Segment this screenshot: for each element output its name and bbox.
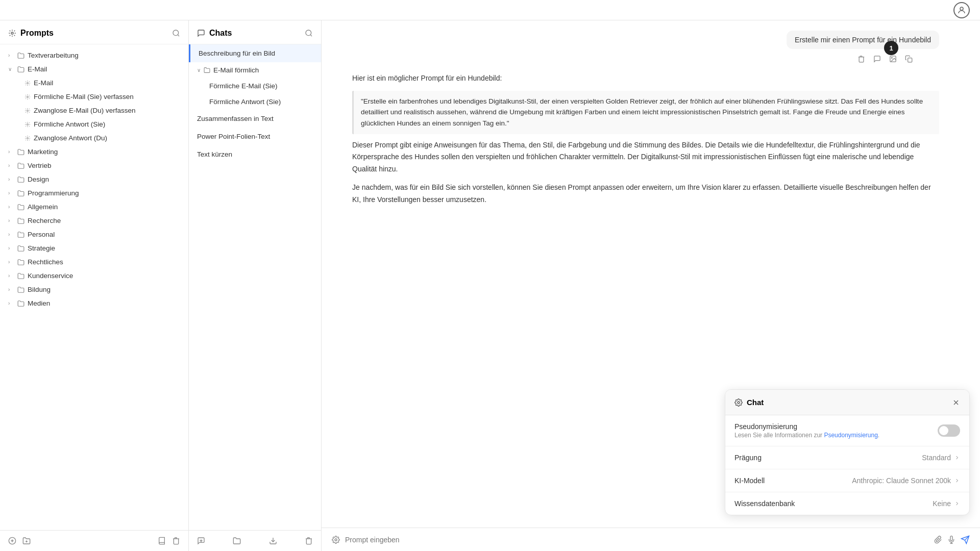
chevron-right-icon: ›	[8, 287, 14, 292]
user-avatar[interactable]	[953, 2, 970, 18]
prompt-icon	[24, 121, 31, 128]
settings-value-praegung: Standard	[922, 454, 960, 462]
tree-item-recherche[interactable]: › Recherche	[0, 214, 188, 228]
tree-item-personal[interactable]: › Personal	[0, 228, 188, 241]
chevron-right-icon: ›	[8, 163, 14, 168]
book-button[interactable]	[158, 537, 166, 545]
chevron-right-icon: ›	[8, 177, 14, 182]
tree-item-programmierung[interactable]: › Programmierung	[0, 186, 188, 200]
tree-label-vertrieb: Vertrieb	[28, 162, 180, 169]
svg-point-3	[27, 82, 29, 84]
send-button[interactable]	[961, 534, 970, 545]
sidebar-prompts: Prompts › Textverarbeitung ∨ E-Mail	[0, 20, 189, 551]
folder-icon	[17, 66, 24, 73]
import-button[interactable]	[269, 537, 277, 545]
prompts-footer-right	[158, 537, 180, 545]
tree-item-design[interactable]: › Design	[0, 172, 188, 186]
chat-settings-close-button[interactable]	[952, 397, 960, 408]
tree-item-allgemein[interactable]: › Allgemein	[0, 200, 188, 214]
tree-item-foermliche-antwort[interactable]: Förmliche Antwort (Sie)	[0, 117, 188, 131]
comment-button[interactable]	[872, 53, 882, 64]
chat-item-beschreibung[interactable]: Beschreibung für ein Bild	[189, 44, 321, 62]
chat-input-bar	[322, 528, 980, 551]
settings-row-wissensdatenbank[interactable]: Wissensdatenbank Keine	[725, 492, 969, 515]
settings-row-praegung[interactable]: Prägung Standard	[725, 446, 969, 469]
top-bar	[0, 0, 980, 20]
tree-label-marketing: Marketing	[28, 148, 180, 156]
sidebar-prompts-header: Prompts	[0, 20, 188, 44]
tree-label-textverarbeitung: Textverarbeitung	[28, 52, 180, 59]
pseudonymisierung-toggle[interactable]	[938, 424, 960, 437]
chevron-right-icon	[954, 500, 960, 507]
tree-item-kundenservice[interactable]: › Kundenservice	[0, 269, 188, 283]
delete-button[interactable]	[172, 537, 180, 545]
chat-item-foermliche-antwort-sie[interactable]: Förmliche Antwort (Sie)	[189, 94, 321, 110]
chat-input-settings-button[interactable]	[332, 535, 340, 544]
chat-sub-label: Förmliche Antwort (Sie)	[209, 98, 281, 106]
chat-folder-email[interactable]: ∨ E-Mail förmlich	[189, 62, 321, 78]
attach-button[interactable]	[934, 535, 942, 544]
delete-message-button[interactable]	[856, 53, 866, 64]
chat-item-zusammenfassen[interactable]: Zusammenfassen in Text	[189, 110, 321, 128]
tree-label-rechtliches: Rechtliches	[28, 258, 180, 266]
tree-item-zwanglose-antwort[interactable]: Zwanglose Antwort (Du)	[0, 131, 188, 145]
folder-icon	[17, 148, 24, 156]
chats-search-button[interactable]	[305, 29, 313, 37]
tree-item-foermliche-email[interactable]: Förmliche E-Mail (Sie) verfassen	[0, 90, 188, 104]
svg-point-9	[306, 30, 311, 36]
chat-sub-label: Förmliche E-Mail (Sie)	[209, 82, 278, 90]
prompts-footer	[0, 530, 188, 551]
tree-label-zwanglose-email: Zwanglose E-Mail (Du) verfassen	[34, 107, 180, 114]
chats-list: Beschreibung für ein Bild ∨ E-Mail förml…	[189, 44, 321, 530]
microphone-button[interactable]	[947, 535, 955, 544]
chat-settings-title: Chat	[734, 398, 764, 407]
chat-settings-header: Chat	[725, 390, 969, 415]
svg-point-4	[27, 96, 29, 97]
new-chat-button[interactable]	[197, 537, 205, 545]
svg-point-7	[27, 137, 29, 139]
tree-label-bildung: Bildung	[28, 286, 180, 293]
tree-label-kundenservice: Kundenservice	[28, 272, 180, 280]
tree-item-email-prompt[interactable]: E-Mail	[0, 76, 188, 90]
svg-point-12	[891, 58, 892, 59]
tree-item-bildung[interactable]: › Bildung	[0, 283, 188, 296]
chat-delete-button[interactable]	[305, 537, 313, 545]
chevron-down-icon: ∨	[197, 67, 201, 73]
chat-folder-button[interactable]	[233, 537, 241, 545]
tree-item-rechtliches[interactable]: › Rechtliches	[0, 255, 188, 269]
tree-item-medien[interactable]: › Medien	[0, 296, 188, 310]
chat-input-field[interactable]	[345, 536, 929, 544]
tree-item-email[interactable]: ∨ E-Mail	[0, 62, 188, 76]
chevron-right-icon: ›	[8, 149, 14, 155]
tree-item-textverarbeitung[interactable]: › Textverarbeitung	[0, 48, 188, 62]
chevron-right-icon	[954, 478, 960, 484]
tree-item-vertrieb[interactable]: › Vertrieb	[0, 159, 188, 172]
add-folder-button[interactable]	[22, 537, 31, 545]
copy-button[interactable]	[904, 53, 914, 64]
chat-item-foermliche-email-sie[interactable]: Förmliche E-Mail (Sie)	[189, 78, 321, 94]
add-prompt-button[interactable]	[8, 537, 16, 545]
folder-icon	[17, 176, 24, 183]
chats-label: Chats	[209, 29, 232, 38]
main-content: Prompts › Textverarbeitung ∨ E-Mail	[0, 20, 980, 551]
tree-label-foermliche-email: Förmliche E-Mail (Sie) verfassen	[34, 93, 180, 101]
tree-label-allgemein: Allgemein	[28, 203, 180, 211]
settings-label-praegung: Prägung	[734, 454, 762, 462]
prompts-icon	[8, 29, 16, 37]
chevron-right-icon: ›	[8, 245, 14, 251]
tree-item-strategie[interactable]: › Strategie	[0, 241, 188, 255]
chat-item-powerpoint[interactable]: Power Point-Folien-Text	[189, 128, 321, 145]
folder-icon	[17, 162, 24, 169]
pseudonymisierung-link[interactable]: Pseudonymisierung	[824, 432, 877, 439]
chat-settings-label: Chat	[747, 398, 764, 407]
chat-item-text-kuerzen[interactable]: Text kürzen	[189, 145, 321, 163]
chat-item-label: Zusammenfassen in Text	[197, 115, 274, 122]
prompt-icon	[24, 135, 31, 141]
settings-row-pseudonymisierung: Pseudonymisierung Lesen Sie alle Informa…	[725, 415, 969, 446]
prompts-search-button[interactable]	[172, 29, 180, 37]
ai-quoted-text: "Erstelle ein farbenfrohes und lebendige…	[352, 91, 939, 134]
tree-item-zwanglose-email[interactable]: Zwanglose E-Mail (Du) verfassen	[0, 104, 188, 117]
settings-label-ki-modell: KI-Modell	[734, 477, 765, 485]
settings-row-ki-modell[interactable]: KI-Modell Anthropic: Claude Sonnet 200k	[725, 469, 969, 492]
tree-item-marketing[interactable]: › Marketing	[0, 145, 188, 159]
